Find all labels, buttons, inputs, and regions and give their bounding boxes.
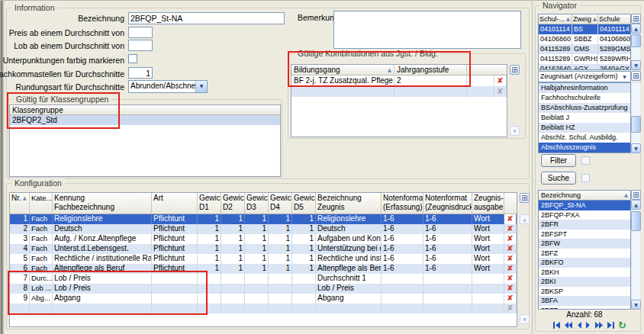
column-header-klassengruppe[interactable]: Klassengruppe [10,105,280,114]
column-header-notenformat-zeugnisdruck[interactable]: Notenformat(Zeugnisdruck) [423,193,472,214]
scroll-down-icon[interactable]: ▼ [520,314,530,324]
delete-row-icon[interactable]: ✘ [507,234,513,242]
schulen-row[interactable]: 04101114 BS 04101114 [539,24,630,34]
lob-input[interactable] [128,40,153,51]
nav-fast-forward-button[interactable] [594,321,604,329]
delete-row-icon[interactable]: ✘ [507,274,513,282]
column-header-schule[interactable]: Schule [598,14,630,24]
list-item[interactable]: 3BFA [539,296,630,306]
column-chooser-icon[interactable]: ⊞ [631,190,641,200]
column-header-gewicht-d5[interactable]: GewichtD5 [292,193,316,214]
scrollbar-thumb[interactable] [631,211,641,231]
delete-row-icon[interactable]: ✘ [507,254,513,262]
unterpunktungen-checkbox[interactable] [128,54,137,63]
column-header-kategorie[interactable]: Kate... [30,193,53,214]
klassengruppen-row[interactable]: 2BFQP2_Std [10,115,280,125]
dropdown-arrow-icon[interactable]: ▼ [619,72,630,82]
nav-last-button[interactable] [607,321,615,329]
column-header-bezeichnung[interactable]: Bezeichnung▲ [539,191,630,200]
scroll-down-icon[interactable]: ▼ [631,300,641,310]
table-row[interactable]: 7 Durc... Lob / Preis Durchschnitt 1 ✘ [10,274,517,284]
schulen-row[interactable]: 04115289 GWRHS 5289WRHS [539,54,630,64]
column-header-gewicht-d2[interactable]: GewichtD2 [221,193,245,214]
column-chooser-icon[interactable]: ⊞ [520,193,530,203]
preis-input[interactable] [128,27,153,38]
nav-fast-back-button[interactable] [564,321,573,329]
column-header-schulnummer[interactable]: Schul-...▲1 [539,14,572,24]
table-row[interactable]: ✘ [10,303,517,313]
dropdown-arrow-icon[interactable]: ▼ [195,81,207,92]
column-header-kennung[interactable]: KennungFachbezeichnung [53,193,152,214]
delete-row-icon[interactable]: ✘ [507,294,513,302]
scroll-down-icon[interactable]: ▼ [510,126,520,136]
list-item[interactable]: Fachhochschulreife [539,93,630,103]
table-row[interactable]: 4 Fach Unterst.d.Lebensgest. Pflichtunt … [10,244,517,254]
list-item[interactable]: 2BKI [539,277,630,287]
list-item[interactable]: 2BFW [539,239,630,249]
list-item[interactable]: 2BFQP_St-NA [539,201,630,210]
column-chooser-icon[interactable]: ⊞ [631,71,641,81]
delete-row-icon[interactable]: ✘ [507,224,513,233]
nav-previous-button[interactable] [576,321,582,329]
table-row[interactable]: 3 Fach Aufg. / Konz.Altenpflege Pflichtu… [10,234,517,244]
list-item[interactable]: 2BFZ [539,249,630,259]
list-item[interactable]: Beiblatt J [539,113,630,123]
delete-row-icon[interactable]: ✘ [507,303,513,312]
delete-row-icon[interactable]: ✘ [507,244,513,252]
delete-row-icon[interactable]: ✘ [497,76,503,85]
delete-row-icon[interactable]: ✘ [507,214,513,223]
kombinationen-row[interactable]: ✘ [291,86,507,97]
suche-button[interactable]: Suche [541,172,576,185]
list-item[interactable]: 2BFQP-PXA [539,210,630,220]
scroll-up-icon[interactable]: ▲ [520,214,530,224]
scrollbar-thumb[interactable] [631,34,641,47]
table-row[interactable]: 8 Lob ... Lob / Preis Lob / Preis ✘ [10,284,517,294]
column-chooser-icon[interactable]: ⊞ [631,14,641,24]
list-item[interactable]: Abschlz. Schul. Ausbildg. [539,133,630,143]
list-item[interactable]: Halbjahresinformation [539,83,630,93]
filter-button[interactable]: Filter [541,154,576,167]
scroll-down-icon[interactable]: ▼ [631,143,641,153]
list-item[interactable]: BSAbschluss-Zusatzprüfung [539,103,630,113]
column-header-bezeichnung-zeugnis[interactable]: BezeichnungZeugnis [316,193,382,214]
delete-row-icon[interactable]: ✘ [507,284,513,292]
column-header-nr[interactable]: Nr.▲ [10,193,30,214]
column-header-jahrgangsstufe[interactable]: Jahrgangsstufe [394,65,467,75]
delete-row-icon[interactable]: ✘ [497,87,503,95]
list-item[interactable]: 2BKSP [539,287,630,297]
refresh-icon[interactable]: ↻ [618,320,626,330]
table-row[interactable]: 1 Fach Religionslehre Pflichtunt 1 1 1 1… [10,214,517,224]
column-header-zeugnisausgabe[interactable]: Zeugnis-ausgabe [472,193,504,214]
scroll-down-icon[interactable]: ▼ [631,60,641,70]
list-item[interactable]: 2BKH [539,268,630,278]
column-header-notenformat-erfassung[interactable]: Notenformat(Erfassung) [382,193,423,214]
list-item[interactable]: Beiblatt HZ [539,123,630,133]
bezeichnung-input[interactable] [128,12,285,24]
table-row[interactable]: 2 Fach Deutsch Pflichtunt 1 1 1 1 1 Deut… [10,224,517,234]
scroll-up-icon[interactable]: ▲ [631,24,641,34]
suche-checkbox[interactable] [581,174,590,182]
table-row[interactable]: 5 Fach Rechtliche / institutionelle Rahm… [10,254,517,264]
nav-first-button[interactable] [552,321,561,329]
column-header-bildungsgang[interactable]: Bildungsgang▲ [291,65,394,75]
table-row[interactable]: 6 Fach Altenpflege als Beruf Pflichtunt … [10,264,517,274]
column-header-gewicht-d3[interactable]: GewichtD3 [245,193,269,214]
column-chooser-icon[interactable]: ⊞ [510,65,520,75]
schulen-row[interactable]: 04162640 AGY 2640AGY [539,64,630,70]
nav-next-button[interactable] [585,321,591,329]
column-header-gewicht-d4[interactable]: GewichtD4 [269,193,292,214]
bemerkung-textarea[interactable] [333,11,521,49]
scrollbar-thumb[interactable] [631,116,641,133]
kombinationen-row[interactable]: BF 2-j. TZ Zusatzqual. Pflege 2 ✘ [291,75,507,86]
list-item[interactable]: 2BKFO [539,258,630,268]
list-item[interactable]: 2BFR [539,220,630,230]
nachkommastellen-input[interactable] [128,67,153,79]
column-header-art[interactable]: Art [152,193,198,214]
column-header-zweig[interactable]: Zweig▲2 [572,14,598,24]
column-header-gewicht-d1[interactable]: GewichtD1 [198,193,221,214]
schulen-row[interactable]: 04106860 SBBZ 04106860 [539,34,630,44]
scroll-up-icon[interactable]: ▲ [631,200,641,210]
delete-row-icon[interactable]: ✘ [507,264,513,272]
filter-checkbox[interactable] [581,156,590,165]
list-item[interactable]: 2BFSPT [539,230,630,239]
